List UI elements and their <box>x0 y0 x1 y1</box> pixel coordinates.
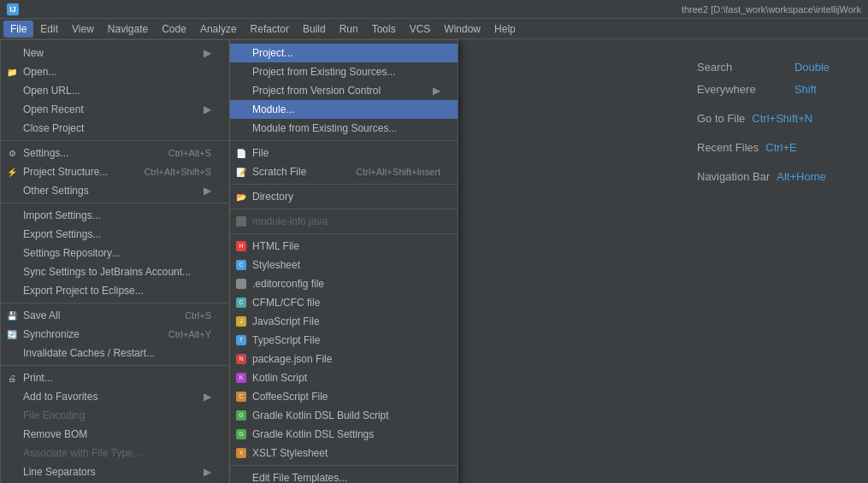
menu-item-edit[interactable]: Edit <box>33 21 65 38</box>
file-menu-item-sync-settings-to-jetbrains-account---[interactable]: Sync Settings to JetBrains Account... <box>1 262 228 281</box>
hint-key: Ctrl+Shift+N <box>752 108 812 130</box>
new-menu-item-package-json-file[interactable]: Npackage.json File <box>230 350 458 368</box>
menu-item-help[interactable]: Help <box>487 21 523 38</box>
file-menu-panel: New▶📁Open...Open URL...Open Recent▶Close… <box>0 39 229 483</box>
menu-item-analyze[interactable]: Analyze <box>193 21 244 38</box>
directory-icon: 📂 <box>234 190 248 203</box>
new-menu-item-file[interactable]: 📄File <box>230 144 458 162</box>
new-menu-item-kotlin-script[interactable]: KKotlin Script <box>230 368 458 387</box>
file-menu-item-invalidate-caches---restart---[interactable]: Invalidate Caches / Restart... <box>1 344 228 362</box>
menu-item-code[interactable]: Code <box>155 21 193 38</box>
file-menu-item-print---[interactable]: 🖨Print... <box>1 368 228 387</box>
file-menu-item-settings-repository---[interactable]: Settings Repository... <box>1 244 228 262</box>
submenu-arrow-icon: ▶ <box>186 466 211 478</box>
title-bar-text: three2 [D:\fast_work\workspace\intellijW… <box>24 4 861 15</box>
file-menu-item-open-url---[interactable]: Open URL... <box>1 81 228 100</box>
shortcut-label: Ctrl+S <box>168 310 211 321</box>
file-menu-item-file-encoding: File Encoding <box>1 406 228 425</box>
menu-item-label: Scratch File <box>252 166 306 178</box>
menu-item-label: Other Settings <box>23 185 89 197</box>
menu-item-label: Open... <box>23 66 56 78</box>
ts-icon: T <box>234 333 248 347</box>
menu-item-vcs[interactable]: VCS <box>403 21 438 38</box>
new-menu-item-gradle-kotlin-dsl-build-script[interactable]: GGradle Kotlin DSL Build Script <box>230 406 458 425</box>
menu-item-label: Open URL... <box>23 85 80 97</box>
submenu-arrow-icon: ▶ <box>186 103 211 115</box>
menu-separator <box>1 365 228 366</box>
file-menu-item-synchronize[interactable]: 🔄SynchronizeCtrl+Alt+Y <box>1 325 228 344</box>
submenu-arrow-icon: ▶ <box>186 185 211 197</box>
menu-item-window[interactable]: Window <box>437 21 487 38</box>
hint-key: Alt+Home <box>776 166 825 188</box>
gradle-settings-icon: G <box>234 427 248 441</box>
hint-label: Navigation Bar <box>697 166 770 188</box>
file-menu-item-new[interactable]: New▶ <box>1 44 228 62</box>
menu-item-label: Save All <box>23 309 60 321</box>
new-menu-item-scratch-file[interactable]: 📝Scratch FileCtrl+Alt+Shift+Insert <box>230 162 458 181</box>
submenu-arrow-icon: ▶ <box>186 47 211 59</box>
js-icon: J <box>234 315 248 328</box>
menu-separator <box>230 233 458 234</box>
sync-icon: 🔄 <box>5 327 19 341</box>
new-menu-item-directory[interactable]: 📂Directory <box>230 187 458 206</box>
save-icon: 💾 <box>5 309 19 322</box>
new-menu-item-module-from-existing-sources---[interactable]: Module from Existing Sources... <box>230 119 458 138</box>
new-menu-item-module-info-java: module-info.java <box>230 212 458 231</box>
menu-item-file[interactable]: File <box>3 21 33 38</box>
file-menu-item-open-recent[interactable]: Open Recent▶ <box>1 100 228 119</box>
new-menu-item-coffeescript-file[interactable]: CCoffeeScript File <box>230 387 458 406</box>
shortcut-label: Ctrl+Alt+Shift+S <box>127 167 211 177</box>
menu-item-navigate[interactable]: Navigate <box>101 21 155 38</box>
menu-item-label: Module from Existing Sources... <box>252 122 397 134</box>
file-menu-item-save-all[interactable]: 💾Save AllCtrl+S <box>1 306 228 325</box>
new-menu-item-html-file[interactable]: HHTML File <box>230 237 458 256</box>
menu-item-label: Settings... <box>23 147 68 159</box>
file-menu-item-remove-bom[interactable]: Remove BOM <box>1 425 228 444</box>
new-menu-item-project-from-version-control[interactable]: Project from Version Control▶ <box>230 81 458 100</box>
new-menu-item--editorconfig-file[interactable]: .editorconfig file <box>230 274 458 293</box>
menu-item-view[interactable]: View <box>65 21 101 38</box>
file-menu-item-open---[interactable]: 📁Open... <box>1 62 228 81</box>
menu-separator <box>230 140 458 141</box>
file-menu-item-close-project[interactable]: Close Project <box>1 119 228 138</box>
menu-item-label: CFML/CFC file <box>252 297 320 309</box>
new-menu-item-typescript-file[interactable]: TTypeScript File <box>230 331 458 350</box>
coffee-icon: C <box>234 390 248 403</box>
menu-item-label: Stylesheet <box>252 259 300 271</box>
new-menu-item-javascript-file[interactable]: JJavaScript File <box>230 312 458 331</box>
menu-bar: FileEditViewNavigateCodeAnalyzeRefactorB… <box>0 19 868 39</box>
menu-item-label: Print... <box>23 372 53 384</box>
new-menu-item-xslt-stylesheet[interactable]: XXSLT Stylesheet <box>230 444 458 462</box>
new-menu-item-edit-file-templates---[interactable]: Edit File Templates... <box>230 468 458 483</box>
new-menu-item-stylesheet[interactable]: CStylesheet <box>230 256 458 274</box>
menu-item-run[interactable]: Run <box>333 21 365 38</box>
submenu-arrow-icon: ▶ <box>416 85 440 97</box>
file-plain-icon: 📄 <box>234 146 248 160</box>
menu-item-label: File Encoding <box>23 409 86 421</box>
folder-icon: 📁 <box>5 65 19 79</box>
menu-separator <box>1 303 228 303</box>
hint-row: Search EverywhereDouble Shift <box>697 56 851 101</box>
dropdown-overlay: New▶📁Open...Open URL...Open Recent▶Close… <box>0 39 458 483</box>
new-menu-item-gradle-kotlin-dsl-settings[interactable]: GGradle Kotlin DSL Settings <box>230 425 458 444</box>
file-menu-item-import-settings---[interactable]: Import Settings... <box>1 206 228 225</box>
file-menu-item-other-settings[interactable]: Other Settings▶ <box>1 181 228 200</box>
file-menu-item-export-settings---[interactable]: Export Settings... <box>1 225 228 244</box>
shortcut-label: Ctrl+Alt+Shift+Insert <box>339 167 440 177</box>
menu-item-refactor[interactable]: Refactor <box>244 21 296 38</box>
hint-row: Navigation BarAlt+Home <box>697 166 851 188</box>
file-menu-item-line-separators[interactable]: Line Separators▶ <box>1 462 228 481</box>
new-menu-item-project-from-existing-sources---[interactable]: Project from Existing Sources... <box>230 62 458 81</box>
new-menu-item-cfml-cfc-file[interactable]: CCFML/CFC file <box>230 293 458 312</box>
new-menu-item-project---[interactable]: Project... <box>230 44 458 62</box>
shortcut-label: Ctrl+Alt+Y <box>151 329 211 339</box>
file-menu-item-settings---[interactable]: ⚙Settings...Ctrl+Alt+S <box>1 144 228 162</box>
file-menu-item-add-to-favorites[interactable]: Add to Favorites▶ <box>1 387 228 406</box>
file-menu-item-export-project-to-eclipse---[interactable]: Export Project to Eclipse... <box>1 281 228 300</box>
menu-item-label: JavaScript File <box>252 315 320 327</box>
menu-item-build[interactable]: Build <box>296 21 333 38</box>
menu-item-label: New <box>23 47 44 59</box>
menu-item-tools[interactable]: Tools <box>365 21 403 38</box>
new-menu-item-module---[interactable]: Module... <box>230 100 458 119</box>
file-menu-item-project-structure---[interactable]: ⚡Project Structure...Ctrl+Alt+Shift+S <box>1 162 228 181</box>
